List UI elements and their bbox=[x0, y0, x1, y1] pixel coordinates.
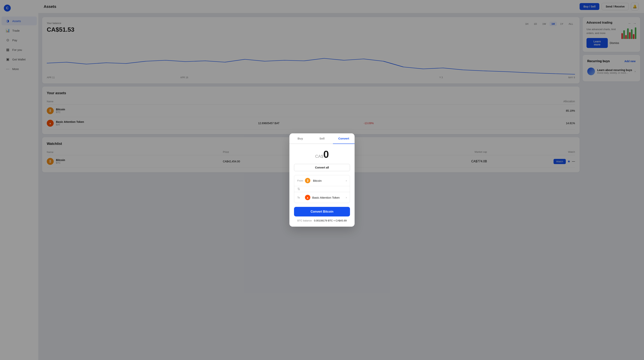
balance-info: BTC balance 0.00108179 BTC ≈ CA$43.89 bbox=[294, 219, 350, 222]
modal-overlay[interactable]: Buy Sell Convert CA$0 Convert all From ₿… bbox=[0, 0, 644, 360]
modal-body: CA$0 Convert all From ₿ Bitcoin › ⇅ To ▲… bbox=[290, 144, 354, 227]
swap-arrows: ⇅ bbox=[294, 186, 350, 192]
to-chevron-icon: › bbox=[346, 196, 347, 199]
from-label: From bbox=[297, 179, 305, 182]
from-currency-name: Bitcoin bbox=[313, 179, 346, 182]
tab-sell[interactable]: Sell bbox=[311, 133, 333, 143]
from-chevron-icon: › bbox=[346, 179, 347, 182]
to-label: To bbox=[297, 196, 305, 199]
to-currency-icon: ▲ bbox=[305, 195, 310, 200]
modal-amount-display: CA$0 bbox=[294, 148, 350, 160]
convert-modal: Buy Sell Convert CA$0 Convert all From ₿… bbox=[290, 133, 354, 227]
convert-bitcoin-button[interactable]: Convert Bitcoin bbox=[294, 207, 350, 217]
from-selector[interactable]: From ₿ Bitcoin › bbox=[294, 175, 350, 186]
amount-currency-label: CA$ bbox=[315, 154, 323, 159]
to-currency-name: Basic Attention Token bbox=[312, 196, 346, 199]
balance-value: 0.00108179 BTC ≈ CA$43.89 bbox=[314, 219, 346, 222]
from-currency-icon: ₿ bbox=[305, 178, 310, 183]
from-to-selector: From ₿ Bitcoin › ⇅ To ▲ Basic Attention … bbox=[294, 175, 350, 203]
tab-convert[interactable]: Convert bbox=[333, 133, 354, 144]
amount-value: 0 bbox=[323, 149, 329, 160]
modal-tabs: Buy Sell Convert bbox=[290, 133, 354, 144]
convert-all-button[interactable]: Convert all bbox=[294, 164, 350, 171]
to-selector[interactable]: To ▲ Basic Attention Token › bbox=[294, 192, 350, 203]
balance-label: BTC balance bbox=[297, 219, 312, 222]
tab-buy[interactable]: Buy bbox=[290, 133, 311, 143]
